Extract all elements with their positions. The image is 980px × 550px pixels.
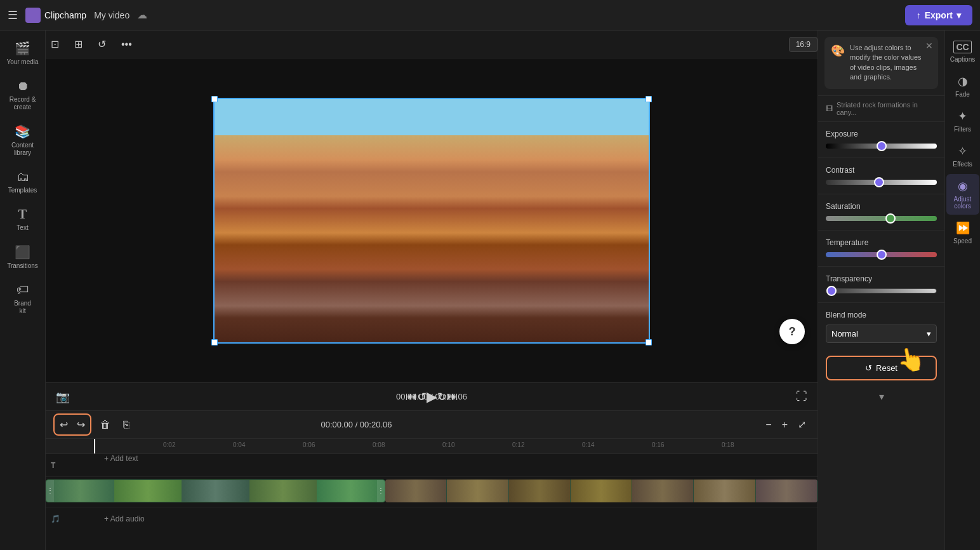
ruler-mark-08: 0:08 xyxy=(373,441,385,448)
inactive-thumb-5 xyxy=(632,480,694,502)
templates-icon: 🗂 xyxy=(17,170,29,184)
zoom-out-button[interactable]: − xyxy=(762,417,775,433)
clip-handle-left[interactable]: ⋮ xyxy=(46,480,54,502)
undo-button[interactable]: ↩ xyxy=(56,416,72,433)
inactive-thumb-6 xyxy=(694,480,755,502)
sidebar-item-templates[interactable]: 🗂 Templates xyxy=(3,164,43,199)
reset-section: ↺ Reset 👆 xyxy=(818,351,944,386)
screenshot-button[interactable]: 📷 xyxy=(56,390,70,404)
temperature-slider[interactable] xyxy=(826,252,937,257)
topbar: ☰ Clipchamp My video ☁ ↑ Export ▾ xyxy=(0,0,980,30)
transparency-section: Transparency xyxy=(818,267,944,303)
sidebar-item-content-library[interactable]: 📚 Contentlibrary xyxy=(3,119,43,162)
inactive-thumb-7 xyxy=(756,480,818,502)
timeline-ruler: 0:02 0:04 0:06 0:08 0:10 0:12 0:14 0:16 … xyxy=(46,439,818,454)
tip-close-button[interactable]: ✕ xyxy=(925,41,933,51)
blend-mode-select[interactable]: Normal ▾ xyxy=(826,325,937,343)
corner-handle-br[interactable] xyxy=(646,339,652,345)
timeline-body: 0:02 0:04 0:06 0:08 0:10 0:12 0:14 0:16 … xyxy=(46,439,818,550)
sidebar-item-record-create[interactable]: ⏺ Record &create xyxy=(3,74,43,116)
saturation-slider[interactable] xyxy=(826,216,937,221)
sidebar-item-brand-kit[interactable]: 🏷 Brandkit xyxy=(3,278,43,320)
fullscreen-button[interactable]: ⛶ xyxy=(796,390,807,403)
more-button[interactable]: ••• xyxy=(116,35,137,54)
sidebar-item-your-media[interactable]: 🎬 Your media xyxy=(3,36,43,71)
text-track-label: T xyxy=(46,461,96,470)
contrast-thumb[interactable] xyxy=(874,177,884,187)
sidebar-item-text[interactable]: T Text xyxy=(3,202,43,237)
timeline-area: ↩ ↪ 🗑 ⎘ 00:00.00 / 00:20.06 − + ⤢ 0:02 0… xyxy=(46,410,818,550)
corner-handle-tr[interactable] xyxy=(646,96,652,102)
panel-expand-chevron[interactable]: ▾ xyxy=(818,386,944,408)
timeline-toolbar: ↩ ↪ 🗑 ⎘ 00:00.00 / 00:20.06 − + ⤢ xyxy=(46,411,818,439)
adjust-colors-icon: ◉ xyxy=(958,179,968,193)
saturation-thumb[interactable] xyxy=(885,213,896,224)
duplicate-button[interactable]: ⎘ xyxy=(119,417,133,433)
expand-button[interactable]: ⤢ xyxy=(794,416,810,433)
filters-button[interactable]: ✦ Filters xyxy=(946,104,979,138)
menu-icon[interactable]: ☰ xyxy=(8,8,18,22)
captions-button[interactable]: CC Captions xyxy=(946,36,979,68)
text-icon: T xyxy=(18,207,27,222)
transparency-thumb[interactable] xyxy=(826,286,837,296)
clip-thumb-4 xyxy=(249,480,317,502)
transparency-slider[interactable] xyxy=(826,288,937,293)
speed-button[interactable]: ⏩ Speed xyxy=(946,216,979,250)
clip-handle-right[interactable]: ⋮ xyxy=(377,480,385,502)
adjust-colors-button[interactable]: ◉ Adjustcolors xyxy=(946,174,979,215)
sidebar-item-transitions[interactable]: ⬛ Transitions xyxy=(3,239,43,275)
logo-icon xyxy=(25,8,41,23)
clip-thumb-2 xyxy=(114,480,182,502)
video-clip-active[interactable]: ⋮ ⋮ xyxy=(46,480,385,502)
exposure-thumb[interactable] xyxy=(877,141,887,151)
panel-tip: 🎨 Use adjust colors to modify the color … xyxy=(824,37,938,89)
contrast-slider[interactable] xyxy=(826,180,937,185)
video-toolbar: ⊡ ⊞ ↺ ••• 16:9 xyxy=(46,30,818,58)
video-track-row: ⋮ ⋮ xyxy=(46,477,818,507)
sidebar-item-label-brand: Brandkit xyxy=(14,300,31,315)
delete-button[interactable]: 🗑 xyxy=(96,417,114,433)
export-button[interactable]: ↑ Export ▾ xyxy=(905,5,972,25)
aspect-ratio-badge: 16:9 xyxy=(789,37,818,52)
export-chevron: ▾ xyxy=(957,10,961,20)
export-label: Export xyxy=(925,10,953,20)
clip-thumbnails xyxy=(46,480,385,502)
rotate-button[interactable]: ↺ xyxy=(93,34,111,54)
redo-button[interactable]: ↪ xyxy=(73,416,89,433)
video-thumbnail-icon: 🎞 xyxy=(826,105,833,112)
sidebar-item-label-text: Text xyxy=(17,224,28,232)
inactive-thumb-1 xyxy=(385,480,447,502)
left-sidebar: 🎬 Your media ⏺ Record &create 📚 Contentl… xyxy=(0,30,46,550)
effects-label: Effects xyxy=(953,161,972,168)
reset-icon: ↺ xyxy=(865,363,872,373)
video-name[interactable]: My video xyxy=(94,10,129,20)
corner-handle-tl[interactable] xyxy=(211,96,218,102)
clip-thumb-1 xyxy=(46,480,114,502)
export-icon: ↑ xyxy=(917,10,921,20)
saturation-track xyxy=(826,216,937,221)
ruler-mark-12: 0:12 xyxy=(512,441,524,448)
clip-thumb-3 xyxy=(182,480,249,502)
effects-button[interactable]: ✧ Effects xyxy=(946,139,979,173)
help-button[interactable]: ? xyxy=(779,319,805,344)
ruler-mark-16: 0:16 xyxy=(652,441,664,448)
reset-button[interactable]: ↺ Reset xyxy=(826,356,937,380)
video-clip-inactive[interactable] xyxy=(385,480,818,502)
temperature-thumb[interactable] xyxy=(877,250,887,260)
add-text-button[interactable]: + Add text xyxy=(96,454,818,463)
ruler-mark-02: 0:02 xyxy=(163,441,175,448)
adjust-colors-label: Adjustcolors xyxy=(954,196,972,210)
inactive-thumb-2 xyxy=(447,480,508,502)
resize-button[interactable]: ⊞ xyxy=(69,34,88,54)
corner-handle-bl[interactable] xyxy=(211,339,218,345)
exposure-slider[interactable] xyxy=(826,144,937,149)
crop-button[interactable]: ⊡ xyxy=(46,34,64,54)
ruler-mark-06: 0:06 xyxy=(303,441,315,448)
add-audio-button[interactable]: + Add audio xyxy=(96,514,152,523)
zoom-in-button[interactable]: + xyxy=(778,417,791,433)
text-track-content: + Add text xyxy=(96,454,818,476)
inactive-thumbs xyxy=(385,480,818,502)
center-area: ⊡ ⊞ ↺ ••• 16:9 ? 📷 ⏮ ↺ ▶ xyxy=(46,30,818,550)
fade-button[interactable]: ◑ Fade xyxy=(946,69,979,103)
video-preview: ? xyxy=(46,58,818,382)
